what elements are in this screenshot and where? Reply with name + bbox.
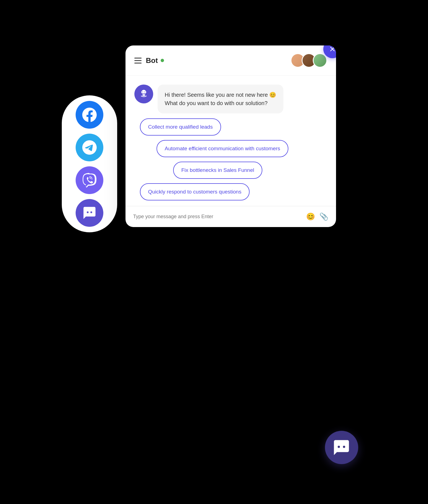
option-leads[interactable]: Collect more qualified leads [140,118,221,136]
svg-point-6 [141,91,142,93]
agent-avatars [291,53,327,68]
chat-widget: Bot [125,45,336,227]
menu-button[interactable] [134,58,142,63]
chat-messages: Hi there! Seems like you are not new her… [125,76,336,206]
option-respond[interactable]: Quickly respond to customers questions [140,183,250,200]
svg-point-7 [145,91,146,93]
svg-point-9 [343,446,345,448]
chat-header: Bot [125,45,336,76]
bot-message-row: Hi there! Seems like you are not new her… [134,85,327,113]
bot-avatar [134,85,153,103]
svg-point-0 [87,212,89,213]
options-container: Collect more qualified leads Automate ef… [134,118,327,200]
social-sidebar [62,95,117,232]
svg-point-1 [90,212,92,213]
viber-icon[interactable] [76,166,103,194]
emoji-icon[interactable]: 😊 [306,212,315,221]
chat-input-area: 😊 📎 [125,206,336,227]
chatbot-launcher-button[interactable] [325,431,358,464]
svg-rect-5 [142,95,145,96]
chatbot-sidebar-icon[interactable] [76,199,103,227]
facebook-icon[interactable] [76,101,103,129]
bot-title: Bot [146,56,164,65]
option-automate[interactable]: Automate efficient communication with cu… [157,140,289,157]
message-input[interactable] [133,214,302,220]
bot-name: Bot [146,56,158,65]
online-indicator [161,59,164,62]
option-funnel[interactable]: Fix bottlenecks in Sales Funnel [173,162,263,179]
bot-bubble: Hi there! Seems like you are not new her… [158,85,284,113]
svg-point-8 [338,446,340,448]
chat-header-left: Bot [134,56,164,65]
agent-avatar-3 [313,53,327,68]
attachment-icon[interactable]: 📎 [319,212,328,221]
telegram-icon[interactable] [76,134,103,161]
